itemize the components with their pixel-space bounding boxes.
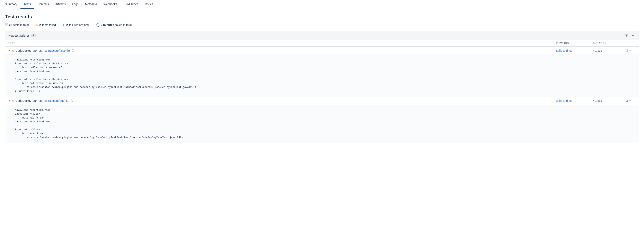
view-job-cell-2: Build and test	[556, 99, 593, 102]
time-stat: ◯ 2 minutes taken in total.	[96, 23, 132, 27]
nav-item-issues[interactable]: Issues	[142, 0, 156, 9]
section-header-right	[624, 33, 636, 38]
view-job-cell-1: Build and test	[556, 49, 593, 52]
test-method-link-2[interactable]: testExecute(true) [1]	[44, 99, 69, 102]
nav-item-webhooks[interactable]: Webhooks	[100, 0, 120, 9]
time-value: 2 minutes	[101, 23, 114, 26]
error-output-1: java.lang.AssertionError: Expected: a co…	[5, 54, 639, 97]
nav-item-commits[interactable]: Commits	[34, 0, 52, 9]
test-row-header-1: ▼ ⚠ CodeDeployTaskTest testExecute(false…	[5, 47, 639, 54]
fail-icon-1: ⚠	[12, 49, 14, 52]
nav-item-summary[interactable]: Summary	[5, 0, 20, 9]
test-row-header-2: ▼ ⚠ CodeDeployTaskTest testExecute(true)…	[5, 97, 639, 105]
total-tests-stat: ☰ 26 tests in total	[5, 23, 29, 27]
gear-icon-1[interactable]: ⚙	[626, 49, 628, 52]
table-row: ▼ ⚠ CodeDeployTaskTest testExecute(false…	[5, 47, 639, 97]
section-title: New test failures	[8, 34, 30, 37]
section-header: New test failures 2	[5, 31, 639, 40]
failed-label: tests failed	[42, 23, 56, 26]
new-failure-icon: ⇧	[62, 23, 65, 27]
nav-item-build-times[interactable]: Build Times	[120, 0, 142, 9]
nav-item-logs[interactable]: Logs	[69, 0, 82, 9]
duration-cell-2: < 1 sec	[593, 99, 626, 102]
view-job-link-1[interactable]: Build and test	[556, 49, 573, 52]
page-content: Test results ☰ 26 tests in total ⚠ 2 tes…	[0, 9, 644, 143]
info-icon-1: ⓘ	[72, 49, 74, 52]
table-row: ▼ ⚠ CodeDeployTaskTest testExecute(true)…	[5, 97, 639, 143]
chevron-icon-2[interactable]: ▼	[629, 100, 631, 102]
action-cell-2: ⚙ ▼	[626, 99, 636, 103]
page-title: Test results	[5, 14, 639, 20]
nav-item-artifacts[interactable]: Artifacts	[52, 0, 69, 9]
failed-tests-stat: ⚠ 2 tests failed	[35, 23, 56, 27]
section-header-left: New test failures 2	[8, 34, 36, 37]
action-cell-1: ⚙ ▼	[626, 49, 636, 52]
clock-icon: ◯	[96, 23, 100, 27]
test-name-cell-2: ▼ ⚠ CodeDeployTaskTest testExecute(true)…	[8, 99, 556, 103]
col-header-actions	[626, 42, 636, 44]
view-job-link-2[interactable]: Build and test	[556, 99, 573, 102]
duration-cell-1: < 1 sec	[593, 49, 626, 52]
sort-button[interactable]	[631, 33, 636, 38]
test-class-1: CodeDeployTaskTest	[16, 49, 42, 52]
failed-icon: ⚠	[35, 23, 38, 27]
time-label: taken in total.	[116, 23, 132, 26]
table-header: Test View job Duration	[5, 40, 639, 46]
test-class-2: CodeDeployTaskTest	[16, 99, 42, 102]
total-count: 26	[9, 23, 12, 26]
new-failure-count: 2	[66, 23, 68, 26]
total-label: tests in total	[14, 23, 29, 26]
chevron-down-icon[interactable]: ▼	[8, 100, 10, 102]
new-failures-label: failures are new	[69, 23, 90, 26]
stats-bar: ☰ 26 tests in total ⚠ 2 tests failed ⇧ 2…	[5, 23, 639, 27]
gear-icon-2[interactable]: ⚙	[626, 99, 628, 103]
chevron-down-icon[interactable]: ▼	[8, 49, 10, 52]
test-table: ▼ ⚠ CodeDeployTaskTest testExecute(false…	[5, 46, 639, 143]
test-name-cell-1: ▼ ⚠ CodeDeployTaskTest testExecute(false…	[8, 49, 556, 52]
top-navigation: Summary Tests Commits Artifacts Logs Met…	[0, 0, 644, 9]
section-badge: 2	[31, 34, 36, 37]
test-method-link-1[interactable]: testExecute(false) [0]	[44, 49, 70, 52]
chevron-icon-1[interactable]: ▼	[629, 49, 631, 52]
failed-count: 2	[39, 23, 41, 26]
info-icon-2: ⓘ	[70, 99, 73, 103]
col-header-view-job: View job	[556, 42, 593, 44]
filter-button[interactable]	[624, 33, 629, 38]
fail-icon-2: ⚠	[12, 99, 14, 102]
col-header-test: Test	[8, 42, 556, 44]
nav-item-metadata[interactable]: Metadata	[82, 0, 100, 9]
col-header-duration: Duration	[593, 42, 626, 44]
new-failures-stat: ⇧ 2 failures are new	[62, 23, 90, 27]
nav-item-tests[interactable]: Tests	[20, 0, 34, 9]
list-icon: ☰	[5, 23, 8, 27]
error-output-2: java.lang.AssertionError: Expected: <fal…	[5, 105, 639, 143]
